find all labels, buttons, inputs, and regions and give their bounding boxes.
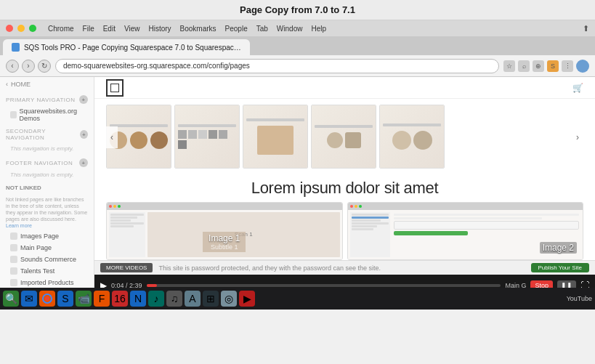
publish-button[interactable]: Publish Your Site <box>531 263 590 272</box>
more-videos-button[interactable]: MORE VIDEOS <box>100 263 153 272</box>
menu-bookmarks[interactable]: Bookmarks <box>180 25 216 33</box>
url-bar[interactable]: demo-squarewebsites-org.squarespace.com/… <box>55 59 499 73</box>
secondary-nav-add[interactable]: + <box>80 130 88 139</box>
svg-point-1 <box>45 296 49 301</box>
taskbar-chrome-icon[interactable] <box>39 291 55 307</box>
menu-window[interactable]: Window <box>277 25 303 33</box>
taskbar-notes-icon[interactable]: N <box>130 291 146 307</box>
browser-chrome: Chrome File Edit View History Bookmarks … <box>0 20 595 36</box>
bs2-browser-bar <box>348 203 583 210</box>
taskbar-itunes-icon[interactable]: ♫ <box>166 291 182 307</box>
primary-nav-add[interactable]: + <box>79 95 88 104</box>
taskbar-mail-icon[interactable]: ✉ <box>21 291 37 307</box>
taskbar-calendar-icon[interactable]: 16 <box>112 291 128 307</box>
taskbar-finder-icon[interactable]: 🔍 <box>3 291 19 307</box>
menu-view[interactable]: View <box>124 25 140 33</box>
bs2-dot-r <box>350 205 353 208</box>
image1-label-container: Image 1 Subtitle 1 <box>107 232 342 252</box>
sidebar-primary-item[interactable]: Squarewebsites.org Demos <box>0 105 94 124</box>
chrome-menu: Chrome File Edit View History Bookmarks … <box>48 25 326 33</box>
window-minimize-dot[interactable] <box>17 25 25 32</box>
image2-label: Image 2 <box>540 242 577 254</box>
bs1-dot-g <box>118 205 121 208</box>
image1-sublabel: Subtitle 1 <box>209 243 240 251</box>
not-linked-header: NOT LINKED <box>0 181 94 195</box>
taskbar-spotify-icon[interactable]: ♪ <box>148 291 164 307</box>
user-avatar[interactable] <box>576 60 589 73</box>
gallery-container: ‹ <box>106 105 583 170</box>
address-bar: ‹ › ↻ demo-squarewebsites-org.squarespac… <box>0 55 595 77</box>
menu-chrome[interactable]: Chrome <box>48 25 74 33</box>
sidebar: ‹ HOME PRIMARY NAVIGATION + Squarewebsit… <box>0 77 94 288</box>
lorem-section: Lorem ipsum dolor sit amet <box>94 173 595 202</box>
fullscreen-icon[interactable]: ⛶ <box>580 280 589 288</box>
gallery-thumb-1[interactable] <box>174 105 240 169</box>
pause-button[interactable]: ❚❚ <box>557 280 576 288</box>
progress-bar[interactable] <box>147 284 501 287</box>
taskbar-app3-icon[interactable]: ◎ <box>221 291 237 307</box>
logo-inner <box>110 84 119 92</box>
bookmark-icon[interactable]: ☆ <box>503 60 515 72</box>
play-button[interactable]: ▶ <box>100 280 107 288</box>
menu-file[interactable]: File <box>83 25 94 33</box>
taskbar-app2-icon[interactable]: ⊞ <box>203 291 219 307</box>
bs1-browser-bar <box>107 203 342 210</box>
chrome-share-icon[interactable]: ⬆ <box>583 24 589 33</box>
taskbar-facetime-icon[interactable]: 📹 <box>76 291 92 307</box>
tab-title: SQS Tools PRO - Page Copying Squarespace… <box>24 44 241 52</box>
stop-button[interactable]: Stop <box>530 280 553 288</box>
gallery-thumb-2[interactable] <box>243 105 308 169</box>
window-close-dot[interactable] <box>6 25 13 32</box>
menu-tab[interactable]: Tab <box>256 25 268 33</box>
home-label: HOME <box>11 81 31 88</box>
taskbar-skype-icon[interactable]: S <box>57 291 73 307</box>
time-display: 0:04 / 2:39 <box>111 282 142 288</box>
sidebar-item-main-page[interactable]: Main Page <box>0 242 94 254</box>
menu-edit[interactable]: Edit <box>103 25 116 33</box>
sidebar-item-talents[interactable]: Talents Test <box>0 265 94 277</box>
page-icon-0 <box>10 232 17 240</box>
refresh-button[interactable]: ↻ <box>38 60 51 73</box>
zoom-icon[interactable]: ⊕ <box>533 60 544 72</box>
taskbar-filezilla-icon[interactable]: F <box>94 291 110 307</box>
sidebar-item-images-page[interactable]: Images Page <box>0 230 94 242</box>
learn-more-link[interactable]: Learn more <box>6 223 32 228</box>
taskbar-clock: YouTube <box>567 295 592 302</box>
sidebar-item-imported[interactable]: Imported Products <box>0 277 94 288</box>
taskbar-youtube-icon[interactable]: ▶ <box>239 291 255 307</box>
menu-help[interactable]: Help <box>311 25 326 33</box>
back-button[interactable]: ‹ <box>6 60 19 73</box>
settings-icon[interactable]: ⋮ <box>562 60 573 72</box>
sidebar-item-sounds[interactable]: Sounds Commerce <box>0 254 94 265</box>
forward-button[interactable]: › <box>22 60 35 73</box>
bs1-dot-y <box>113 205 116 208</box>
bs1-dot-r <box>109 205 112 208</box>
bottom-screenshots: Scan 1 Image 1 Subtitle 1 <box>94 202 595 260</box>
home-link[interactable]: ‹ HOME <box>0 77 94 92</box>
extension-icon[interactable]: S <box>547 60 559 72</box>
title-bar: Page Copy from 7.0 to 7.1 <box>0 0 595 20</box>
taskbar-app1-icon[interactable]: A <box>185 291 201 307</box>
menu-people[interactable]: People <box>225 25 248 33</box>
nav-buttons: ‹ › ↻ <box>6 60 51 73</box>
bottom-screenshot-1: Scan 1 Image 1 Subtitle 1 <box>106 202 343 260</box>
gallery-next-button[interactable]: › <box>572 126 583 148</box>
primary-nav-header: PRIMARY NAVIGATION + <box>0 92 94 105</box>
cart-icon[interactable]: 🛒 <box>572 83 583 93</box>
gallery-prev-button[interactable]: ‹ <box>106 126 118 148</box>
gallery-thumb-4[interactable] <box>379 105 445 169</box>
window-maximize-dot[interactable] <box>29 25 36 32</box>
active-tab[interactable]: SQS Tools PRO - Page Copying Squarespace… <box>3 39 250 55</box>
progress-fill <box>147 284 158 287</box>
taskbar: 🔍 ✉ S 📹 F 16 N ♪ ♫ A ⊞ ◎ ▶ YouTube <box>0 288 595 310</box>
gallery-thumb-3[interactable] <box>311 105 376 169</box>
footer-nav-header: FOOTER NAVIGATION + <box>0 155 94 169</box>
bottom-screenshot-2: Image 2 <box>347 202 584 260</box>
menu-history[interactable]: History <box>148 25 171 33</box>
footer-nav-add[interactable]: + <box>79 158 88 167</box>
page-title: Page Copy from 7.0 to 7.1 <box>240 4 355 15</box>
video-controls: ▶ 0:04 / 2:39 Main G Stop ❚❚ ⛶ <box>94 275 595 288</box>
page-icon-3 <box>10 267 17 275</box>
password-notice: This site is password protected, and the… <box>158 264 381 272</box>
search-icon[interactable]: ⌕ <box>518 60 530 72</box>
